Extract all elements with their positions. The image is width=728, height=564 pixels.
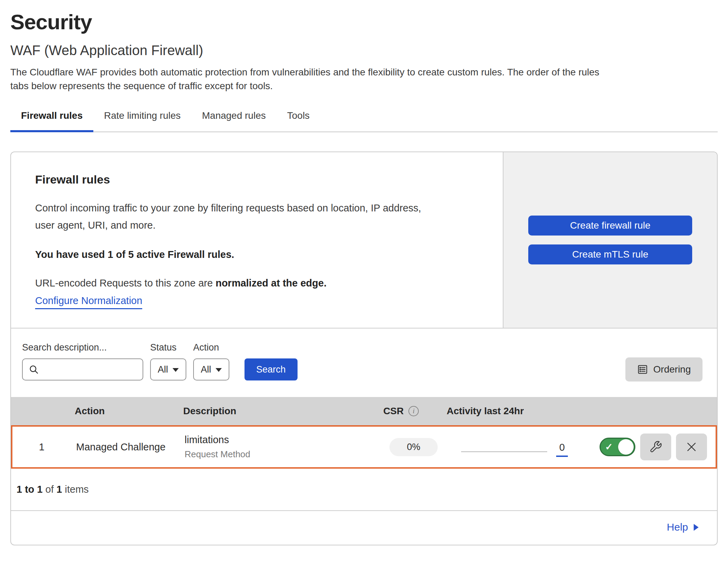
action-label: Action <box>193 342 229 353</box>
help-bar: Help <box>11 511 717 545</box>
column-header-csr: CSR i <box>378 406 447 417</box>
create-firewall-rule-button[interactable]: Create firewall rule <box>528 216 692 236</box>
action-select[interactable]: All <box>193 358 229 380</box>
table-row: 1 Managed Challenge limitations Request … <box>11 425 717 469</box>
normalization-bold: normalized at the edge. <box>216 278 326 289</box>
close-icon <box>685 440 698 454</box>
pagination-total: 1 <box>56 484 62 495</box>
chevron-down-icon <box>173 368 179 372</box>
activity-count-link[interactable]: 0 <box>556 442 568 457</box>
firewall-rules-card: Firewall rules Control incoming traffic … <box>11 152 717 328</box>
tab-tools[interactable]: Tools <box>277 107 320 132</box>
firewall-rules-panel: Firewall rules Control incoming traffic … <box>10 152 718 545</box>
card-body: Control incoming traffic to your zone by… <box>35 199 479 234</box>
rule-priority: 1 <box>12 441 71 453</box>
rule-enabled-toggle[interactable]: ✓ <box>600 438 635 456</box>
action-select-value: All <box>201 364 211 375</box>
rule-activity-cell: 0 <box>448 439 600 455</box>
card-heading: Firewall rules <box>35 173 479 186</box>
pagination-of: of <box>45 484 54 495</box>
pagination-range: 1 to 1 <box>17 484 43 495</box>
rule-description: limitations <box>185 434 379 446</box>
search-input[interactable] <box>39 364 143 375</box>
security-waf-page: Security WAF (Web Application Firewall) … <box>0 10 728 545</box>
column-header-action: Action <box>70 406 178 417</box>
status-filter-group: Status All <box>150 342 186 380</box>
help-arrow-icon <box>693 523 699 531</box>
rule-csr-cell: 0% <box>379 438 448 456</box>
search-button-group: Search <box>229 342 298 380</box>
tab-rate-limiting-rules[interactable]: Rate limiting rules <box>93 107 191 132</box>
page-subtitle: WAF (Web Application Firewall) <box>10 42 718 59</box>
pagination-items: items <box>65 484 89 495</box>
search-group: Search description... <box>22 342 143 380</box>
card-body-line2: user agent, URI, and more. <box>35 220 156 231</box>
delete-rule-button[interactable] <box>676 434 707 460</box>
table-header-row: Action Description CSR i Activity last 2… <box>11 397 717 425</box>
card-actions-panel: Create firewall rule Create mTLS rule <box>503 152 717 328</box>
info-icon[interactable]: i <box>408 406 419 416</box>
page-description-line1: The Cloudflare WAF provides both automat… <box>10 67 599 77</box>
page-description-line2: tabs below represents the sequence of tr… <box>10 81 273 91</box>
column-header-activity: Activity last 24hr <box>447 406 598 417</box>
wrench-icon <box>649 440 662 453</box>
normalization-text: URL-encoded Requests to this zone are no… <box>35 278 479 289</box>
csr-badge: 0% <box>389 438 438 456</box>
tab-bar: Firewall rules Rate limiting rules Manag… <box>10 107 718 132</box>
ordering-list-icon <box>637 364 648 375</box>
page-title: Security <box>10 10 718 34</box>
tab-managed-rules[interactable]: Managed rules <box>191 107 277 132</box>
status-select[interactable]: All <box>150 358 186 380</box>
ordering-button[interactable]: Ordering <box>625 357 703 382</box>
tab-firewall-rules[interactable]: Firewall rules <box>10 107 93 132</box>
page-description: The Cloudflare WAF provides both automat… <box>10 65 718 93</box>
search-icon <box>28 364 39 375</box>
rule-description-cell: limitations Request Method <box>179 434 379 460</box>
activity-sparkline <box>461 451 547 452</box>
card-body-line1: Control incoming traffic to your zone by… <box>35 202 421 213</box>
action-filter-group: Action All <box>193 342 229 380</box>
status-label: Status <box>150 342 186 353</box>
search-button[interactable]: Search <box>245 358 298 380</box>
status-select-value: All <box>158 364 168 375</box>
rule-description-detail: Request Method <box>185 449 379 460</box>
search-description-label: Search description... <box>22 342 143 353</box>
search-input-wrapper <box>22 358 143 380</box>
filter-toolbar: Search description... Status All <box>11 328 717 397</box>
help-link-label: Help <box>667 521 688 533</box>
pagination-summary: 1 to 1 of 1 items <box>11 469 717 511</box>
rule-action: Managed Challenge <box>71 441 179 453</box>
toggle-knob <box>618 439 634 455</box>
csr-header-label: CSR <box>383 406 404 417</box>
normalization-prefix: URL-encoded Requests to this zone are <box>35 278 216 289</box>
edit-rule-button[interactable] <box>640 434 671 460</box>
check-icon: ✓ <box>605 441 613 452</box>
column-header-description: Description <box>178 406 378 417</box>
help-link[interactable]: Help <box>667 521 699 533</box>
rule-controls-cell: ✓ <box>600 434 717 460</box>
firewall-rules-card-content: Firewall rules Control incoming traffic … <box>11 152 503 328</box>
create-mtls-rule-button[interactable]: Create mTLS rule <box>528 244 692 264</box>
configure-normalization-link[interactable]: Configure Normalization <box>35 295 142 309</box>
chevron-down-icon <box>216 368 222 372</box>
ordering-button-label: Ordering <box>653 364 691 375</box>
usage-text: You have used 1 of 5 active Firewall rul… <box>35 249 479 260</box>
